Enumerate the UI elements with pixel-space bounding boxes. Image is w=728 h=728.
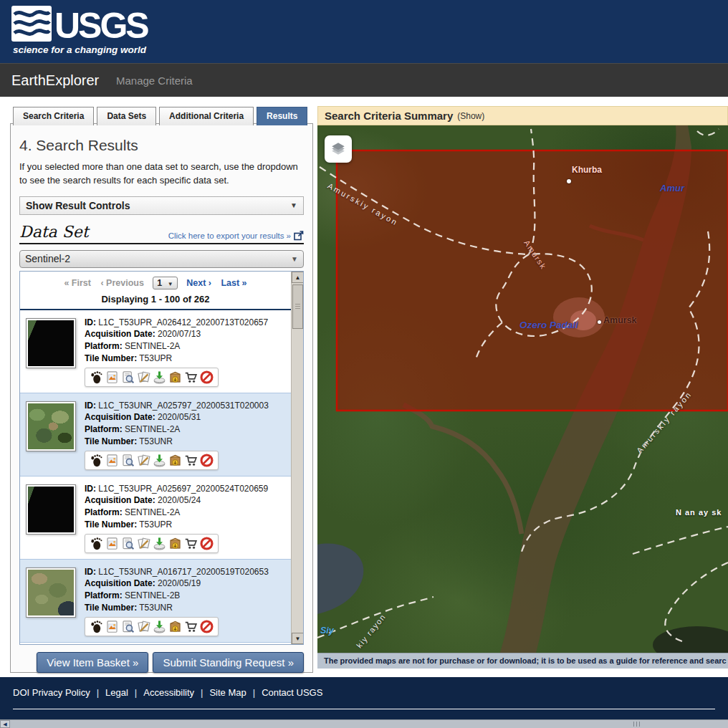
app-title[interactable]: EarthExplorer [11,72,99,89]
map-label-siy: Siy [320,626,334,636]
footer-link[interactable]: Site Map [209,687,246,698]
item-basket-icon[interactable] [184,620,198,633]
submit-standing-request-button[interactable]: Submit Standing Request » [153,652,304,673]
footer-link[interactable]: Legal [105,687,128,698]
layers-control-button[interactable] [325,135,352,163]
show-metadata-icon[interactable] [121,370,135,384]
result-row: ID: L1C_T53UPR_A026412_20200713T020657 A… [20,310,291,393]
browse-overlay-icon[interactable] [105,537,119,550]
show-metadata-icon[interactable] [121,454,135,467]
footer-separator: | [135,687,137,698]
map-label-ozero-padali: Ozero Padali [519,320,578,330]
usgs-banner: USGS science for a changing world [0,0,728,63]
tab-bar: Search Criteria Data Sets Additional Cri… [13,107,307,125]
footprint-icon[interactable] [90,537,103,550]
map-label-amur-river: Amur [660,183,684,193]
show-result-controls-toggle[interactable]: Show Result Controls ▼ [19,196,304,215]
compare-metadata-icon[interactable] [137,370,150,384]
tab-additional-criteria[interactable]: Additional Criteria [159,107,254,125]
scrollbar-grip [633,722,640,727]
nav-manage-criteria[interactable]: Manage Criteria [116,75,193,87]
item-basket-icon[interactable] [184,370,198,384]
search-criteria-summary-bar[interactable]: Search Criteria Summary (Show) [317,106,728,125]
tab-search-criteria[interactable]: Search Criteria [13,107,94,125]
map[interactable]: Khurba Amur Amurskiy rayon Amursk Ozero … [317,125,728,653]
order-scene-icon[interactable] [168,454,182,467]
tile-number: T53UNR [139,603,173,613]
usgs-tagline: science for a changing world [13,44,147,55]
page-select[interactable]: 1 ▼ [153,277,177,289]
panel-actions: View Item Basket » Submit Standing Reque… [19,652,304,673]
results-scrollbar[interactable]: ▲ ▼ [291,272,303,644]
exclude-scene-icon[interactable] [200,370,214,384]
footprint-icon[interactable] [90,370,103,384]
compare-metadata-icon[interactable] [137,454,150,467]
lake-southeast [653,626,728,653]
download-options-icon[interactable] [153,537,166,550]
view-item-basket-button[interactable]: View Item Basket » [37,652,148,673]
scroll-down-icon[interactable]: ▼ [292,633,304,644]
search-results-panel: 4. Search Results If you selected more t… [10,123,313,673]
scrollbar-thumb[interactable] [292,284,303,329]
export-results-link[interactable]: Click here to export your results » [168,231,304,241]
tile-number: T53UPR [139,519,172,530]
page-title: 4. Search Results [19,137,304,154]
footer-separator: | [201,687,203,698]
footer-link[interactable]: Contact USGS [262,687,322,698]
footprint-icon[interactable] [90,454,103,467]
download-options-icon[interactable] [153,370,166,384]
scene-id: L1C_T53UNR_A025797_20200531T020003 [98,401,269,411]
footer-separator: | [253,687,255,698]
summary-title: Search Criteria Summary [325,110,453,122]
scene-thumbnail[interactable] [26,318,76,368]
map-label-nanaysk: N an ay sk [676,508,722,517]
horizontal-scrollbar[interactable]: ◀ [0,719,728,728]
scene-thumbnail[interactable] [26,484,76,535]
map-panel: Search Criteria Summary (Show) [317,106,728,669]
footer-link[interactable]: Accessibility [143,687,194,698]
result-row: ID: L1C_T53UPR_A025697_20200524T020659 A… [20,476,291,560]
tab-results[interactable]: Results [257,107,307,125]
dataset-select[interactable]: Sentinel-2 ▼ [19,250,304,268]
pagination-first[interactable]: « First [64,278,91,288]
scroll-left-icon[interactable]: ◀ [0,720,10,728]
compare-metadata-icon[interactable] [137,537,150,550]
pagination-last[interactable]: Last » [221,278,246,288]
scene-id: L1C_T53UPR_A026412_20200713T020657 [98,317,268,327]
platform: SENTINEL-2A [125,341,180,351]
scene-thumbnail[interactable] [26,401,76,451]
exclude-scene-icon[interactable] [200,620,214,633]
scene-thumbnail[interactable] [26,567,76,618]
order-scene-icon[interactable] [168,370,182,384]
pagination-previous[interactable]: ‹ Previous [100,278,143,288]
item-basket-icon[interactable] [184,537,198,550]
show-metadata-icon[interactable] [121,620,135,633]
summary-show-toggle[interactable]: (Show) [457,111,484,121]
download-options-icon[interactable] [153,454,166,467]
compare-metadata-icon[interactable] [137,620,150,633]
order-scene-icon[interactable] [168,537,182,550]
show-metadata-icon[interactable] [121,537,135,550]
pagination-next[interactable]: Next › [186,278,211,288]
browse-overlay-icon[interactable] [105,454,119,467]
browse-overlay-icon[interactable] [105,370,119,384]
usgs-logo[interactable]: USGS science for a changing world [11,6,155,60]
download-options-icon[interactable] [153,620,166,633]
footer-link[interactable]: DOI Privacy Policy [13,687,90,698]
lake-southwest [317,544,363,614]
scene-id: L1C_T53UPR_A025697_20200524T020659 [98,484,268,494]
export-icon [294,231,304,241]
order-scene-icon[interactable] [168,620,182,633]
layers-icon [330,141,346,157]
tributary [403,405,522,534]
scene-actions [85,534,219,553]
item-basket-icon[interactable] [184,454,198,467]
result-row: ID: L1C_T53UNR_A025797_20200531T020003 A… [20,393,291,476]
scroll-up-icon[interactable]: ▲ [292,272,304,283]
exclude-scene-icon[interactable] [200,454,214,467]
footprint-icon[interactable] [90,620,103,633]
dataset-header-row: Data Set Click here to export your resul… [19,223,304,244]
exclude-scene-icon[interactable] [200,537,214,550]
tab-data-sets[interactable]: Data Sets [97,107,156,125]
browse-overlay-icon[interactable] [105,620,119,633]
